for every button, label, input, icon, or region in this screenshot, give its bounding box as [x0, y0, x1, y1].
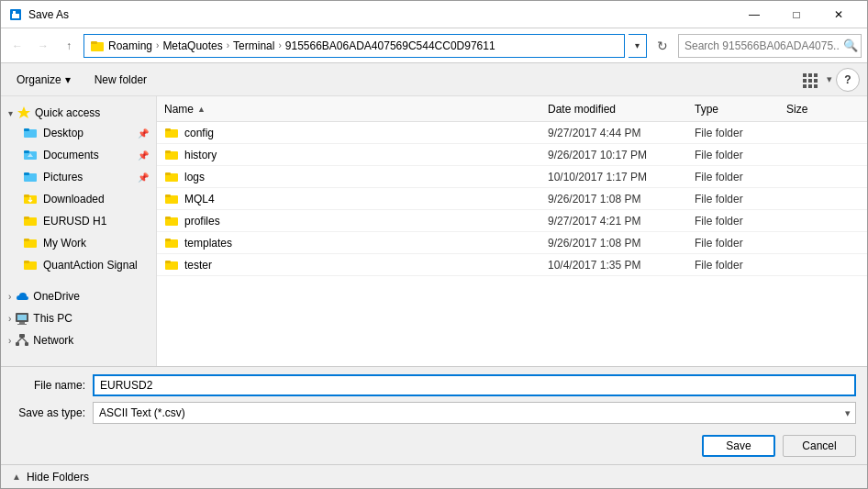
- file-name: profiles: [184, 215, 220, 228]
- search-input[interactable]: [678, 34, 862, 58]
- file-date: 9/26/2017 10:17 PM: [548, 149, 695, 161]
- save-as-dialog: Save As — □ ✕ ← → ↑ Roaming › MetaQuotes…: [0, 0, 868, 489]
- table-row[interactable]: history 9/26/2017 10:17 PM File folder: [157, 144, 867, 166]
- col-name-header[interactable]: Name ▲: [164, 103, 548, 116]
- col-type-header[interactable]: Type: [695, 103, 786, 116]
- pictures-pin: 📌: [138, 172, 149, 183]
- filename-input[interactable]: [93, 374, 856, 396]
- svg-rect-35: [16, 342, 19, 346]
- svg-rect-2: [13, 11, 16, 15]
- file-name-cell: profiles: [164, 214, 548, 228]
- svg-rect-29: [24, 261, 29, 263]
- file-date: 9/26/2017 1:08 PM: [548, 237, 695, 250]
- table-row[interactable]: logs 10/10/2017 1:17 PM File folder: [157, 166, 867, 188]
- up-button[interactable]: ↑: [58, 35, 80, 57]
- svg-rect-48: [165, 217, 171, 219]
- view-options-button[interactable]: [797, 68, 823, 92]
- sidebar-item-documents[interactable]: Documents 📌: [1, 144, 156, 166]
- svg-rect-21: [24, 172, 29, 175]
- folder-icon: [164, 236, 179, 250]
- svg-rect-34: [19, 334, 25, 338]
- svg-marker-14: [17, 106, 30, 118]
- file-type: File folder: [695, 259, 786, 272]
- svg-rect-42: [165, 150, 171, 153]
- save-button[interactable]: Save: [702, 435, 775, 457]
- eurusdh1-folder-icon: [23, 214, 38, 228]
- svg-rect-46: [165, 194, 171, 197]
- new-folder-button[interactable]: New folder: [86, 68, 155, 92]
- sidebar-header-onedrive[interactable]: › OneDrive: [1, 283, 156, 306]
- svg-rect-27: [24, 239, 29, 241]
- svg-rect-6: [808, 73, 812, 77]
- svg-rect-36: [25, 342, 28, 346]
- sidebar-item-quantaction[interactable]: QuantAction Signal: [1, 254, 156, 276]
- view-dropdown-arrow: ▾: [827, 73, 832, 85]
- svg-rect-9: [808, 79, 812, 83]
- sidebar-item-eurusdh1[interactable]: EURUSD H1: [1, 210, 156, 232]
- col-date-header[interactable]: Date modified: [548, 103, 695, 116]
- dialog-title: Save As: [28, 8, 733, 21]
- hide-folders-chevron: ▲: [12, 472, 21, 482]
- sidebar-header-quickaccess[interactable]: ▾ Quick access: [1, 100, 156, 122]
- cancel-button[interactable]: Cancel: [783, 435, 856, 457]
- file-name: history: [184, 149, 217, 161]
- file-name-cell: templates: [164, 236, 548, 250]
- title-bar-buttons: — □ ✕: [733, 1, 860, 28]
- table-row[interactable]: config 9/27/2017 4:44 PM File folder: [157, 122, 867, 144]
- svg-rect-12: [808, 84, 812, 88]
- network-icon: [15, 333, 29, 348]
- forward-button[interactable]: →: [32, 35, 54, 57]
- documents-pin: 📌: [138, 150, 149, 161]
- sidebar-header-thispc[interactable]: › This PC: [1, 306, 156, 328]
- file-name: MQL4: [184, 193, 215, 206]
- file-name-cell: MQL4: [164, 192, 548, 206]
- sidebar-header-network[interactable]: › Network: [1, 328, 156, 350]
- svg-rect-40: [165, 128, 171, 131]
- sidebar-mywork-label: My Work: [43, 237, 86, 250]
- toolbar-right: ▾ ?: [797, 68, 860, 92]
- organize-button[interactable]: Organize ▾: [8, 68, 79, 92]
- thispc-chevron: ›: [8, 314, 11, 324]
- close-button[interactable]: ✕: [818, 1, 860, 28]
- refresh-button[interactable]: ↻: [651, 34, 674, 58]
- sidebar-item-downloaded[interactable]: Downloaded: [1, 188, 156, 210]
- svg-rect-23: [24, 194, 29, 197]
- svg-line-37: [17, 338, 22, 342]
- help-button[interactable]: ?: [836, 68, 860, 92]
- desktop-pin: 📌: [138, 128, 149, 139]
- table-row[interactable]: templates 9/26/2017 1:08 PM File folder: [157, 232, 867, 254]
- sidebar-documents-label: Documents: [43, 149, 99, 161]
- maximize-button[interactable]: □: [775, 1, 818, 28]
- table-row[interactable]: profiles 9/27/2017 4:21 PM File folder: [157, 210, 867, 232]
- file-list-header: Name ▲ Date modified Type Size: [157, 96, 867, 122]
- savetype-select[interactable]: ASCII Text (*.csv): [93, 402, 856, 424]
- table-row[interactable]: MQL4 9/26/2017 1:08 PM File folder: [157, 188, 867, 210]
- folder-icon: [164, 170, 179, 184]
- search-icon-button[interactable]: 🔍: [843, 39, 858, 52]
- address-path[interactable]: Roaming › MetaQuotes › Terminal › 915566…: [83, 34, 625, 58]
- bottom-bar: File name: Save as type: ASCII Text (*.c…: [1, 366, 867, 464]
- col-size-header[interactable]: Size: [786, 103, 860, 116]
- back-button[interactable]: ←: [6, 35, 28, 57]
- content-area: ▾ Quick access Desktop 📌: [1, 96, 867, 366]
- sidebar-item-mywork[interactable]: My Work: [1, 232, 156, 254]
- svg-rect-50: [165, 239, 171, 241]
- search-wrap: 🔍: [678, 34, 862, 58]
- quickaccess-star-icon: [17, 106, 31, 120]
- svg-rect-11: [803, 84, 807, 88]
- sidebar-quantaction-label: QuantAction Signal: [43, 259, 138, 272]
- svg-rect-52: [165, 261, 171, 263]
- onedrive-chevron: ›: [8, 292, 11, 302]
- folder-icon: [164, 126, 179, 140]
- hide-folders-toggle[interactable]: ▲ Hide Folders: [12, 471, 89, 483]
- table-row[interactable]: tester 10/4/2017 1:35 PM File folder: [157, 254, 867, 276]
- sidebar-eurusdh1-label: EURUSD H1: [43, 215, 106, 228]
- sidebar-item-pictures[interactable]: Pictures 📌: [1, 166, 156, 188]
- sidebar-item-desktop[interactable]: Desktop 📌: [1, 122, 156, 144]
- savetype-label: Save as type:: [12, 406, 85, 419]
- file-name-cell: config: [164, 126, 548, 140]
- minimize-button[interactable]: —: [733, 1, 775, 28]
- svg-line-38: [22, 338, 27, 342]
- path-icon: [90, 39, 105, 53]
- address-dropdown[interactable]: ▾: [629, 34, 647, 58]
